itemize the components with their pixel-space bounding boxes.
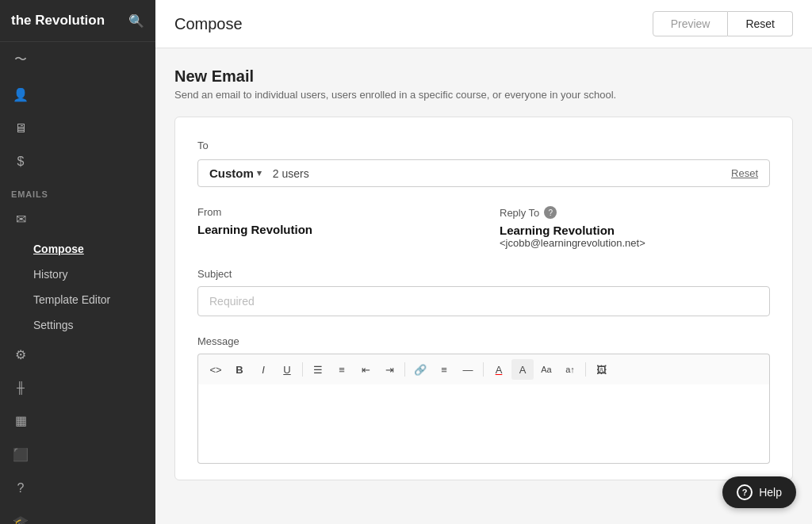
from-col: From Learning Revolution — [197, 206, 468, 249]
user-count: 2 users — [273, 167, 731, 180]
app-title: the Revolution — [11, 13, 105, 29]
align-button[interactable]: ≡ — [433, 359, 455, 380]
page-title: Compose — [174, 15, 243, 33]
history-label: History — [33, 268, 68, 281]
emails-section: EMAILS ✉ Compose History Template Editor… — [0, 178, 155, 338]
image-button[interactable]: 🖼 — [590, 359, 612, 380]
template-editor-label: Template Editor — [33, 293, 110, 306]
emails-label: EMAILS — [0, 178, 155, 202]
subject-label: Subject — [197, 268, 770, 280]
sidebar-item-people[interactable]: 👤 — [0, 78, 155, 112]
screen-icon: 🖥 — [11, 121, 30, 136]
sidebar-item-dollar[interactable]: $ — [0, 145, 155, 178]
toolbar-sep-3 — [483, 362, 484, 377]
code-button[interactable]: <> — [205, 359, 227, 380]
new-email-description: Send an email to individual users, users… — [174, 89, 793, 101]
reply-name: Learning Revolution — [500, 224, 770, 237]
stack-icon: ⬛ — [11, 447, 30, 462]
custom-label: Custom — [209, 166, 254, 180]
to-row: Custom ▾ 2 users Reset — [197, 159, 770, 187]
sidebar-item-question[interactable]: ? — [0, 472, 155, 505]
unordered-list-button[interactable]: ≡ — [331, 359, 353, 380]
from-reply-row: From Learning Revolution Reply To ? Lear… — [197, 206, 770, 249]
help-circle-icon: ? — [737, 484, 753, 500]
sidebar-item-calendar[interactable]: ▦ — [0, 404, 155, 438]
sidebar-item-trend[interactable]: 〜 — [0, 42, 155, 78]
message-toolbar: <> B I U ☰ ≡ ⇤ ⇥ 🔗 ≡ — A A Aa a↑ 🖼 — [197, 354, 770, 384]
from-name: Learning Revolution — [197, 223, 468, 236]
message-label: Message — [197, 335, 770, 347]
gear-icon: ⚙ — [11, 347, 30, 362]
font-color-button[interactable]: A — [488, 359, 510, 380]
reset-top-button[interactable]: Reset — [728, 11, 793, 36]
main-header: Compose Preview Reset — [155, 0, 812, 48]
reply-to-label: Reply To — [500, 207, 539, 219]
header-actions: Preview Reset — [653, 11, 793, 36]
subject-input[interactable] — [197, 286, 770, 316]
indent-increase-button[interactable]: ⇥ — [378, 359, 400, 380]
reply-label-row: Reply To ? — [500, 206, 770, 219]
link-button[interactable]: 🔗 — [409, 359, 431, 380]
calendar-icon: ▦ — [11, 413, 30, 428]
sidebar-bottom-icons: ? 🎓 — [0, 472, 155, 524]
people-icon: 👤 — [11, 87, 30, 102]
indent-decrease-button[interactable]: ⇤ — [354, 359, 377, 380]
help-button[interactable]: ? Help — [722, 476, 796, 508]
question-icon: ? — [11, 481, 30, 495]
italic-button[interactable]: I — [252, 359, 274, 380]
toolbar-sep-4 — [585, 362, 586, 377]
sidebar-item-settings[interactable]: Settings — [0, 312, 155, 338]
bar-chart-icon: ╫ — [11, 381, 30, 394]
compose-label: Compose — [33, 243, 84, 255]
toolbar-sep-2 — [404, 362, 405, 377]
sidebar-item-history[interactable]: History — [0, 262, 155, 287]
help-icon[interactable]: ? — [544, 206, 557, 219]
sidebar: the Revolution 🔍 〜 👤 🖥 $ EMAILS ✉ Compos… — [0, 0, 155, 524]
search-icon[interactable]: 🔍 — [128, 13, 144, 29]
message-body[interactable] — [197, 384, 770, 464]
to-label: To — [197, 140, 770, 151]
new-email-title: New Email — [174, 67, 793, 86]
sidebar-item-stack[interactable]: ⬛ — [0, 438, 155, 472]
bold-button[interactable]: B — [228, 359, 251, 380]
reply-col: Reply To ? Learning Revolution <jcobb@le… — [500, 206, 770, 249]
dollar-icon: $ — [11, 155, 30, 169]
main-content: Compose Preview Reset New Email Send an … — [155, 0, 812, 524]
custom-dropdown[interactable]: Custom ▾ — [209, 166, 262, 180]
sidebar-nav-icons: 〜 👤 🖥 $ — [0, 42, 155, 178]
font-size-up-button[interactable]: a↑ — [559, 359, 581, 380]
mail-icon: ✉ — [11, 212, 30, 227]
sidebar-item-gear[interactable]: ⚙ — [0, 338, 155, 372]
trend-icon: 〜 — [11, 52, 30, 68]
help-label: Help — [759, 486, 782, 499]
hr-button[interactable]: — — [457, 359, 479, 380]
sidebar-more-icons: ⚙ ╫ ▦ ⬛ — [0, 338, 155, 472]
toolbar-sep-1 — [302, 362, 303, 377]
sidebar-item-mail-icon[interactable]: ✉ — [0, 202, 155, 236]
sidebar-item-compose[interactable]: Compose — [0, 236, 155, 262]
sidebar-item-screen[interactable]: 🖥 — [0, 112, 155, 145]
bg-color-button[interactable]: A — [511, 359, 534, 380]
chevron-down-icon: ▾ — [257, 168, 262, 178]
reset-to-button[interactable]: Reset — [731, 167, 758, 179]
compose-card: To Custom ▾ 2 users Reset From Learning … — [174, 117, 793, 480]
form-area: New Email Send an email to individual us… — [155, 48, 812, 524]
ordered-list-button[interactable]: ☰ — [307, 359, 329, 380]
from-label: From — [197, 206, 468, 218]
preview-button[interactable]: Preview — [653, 11, 729, 36]
graduation-icon: 🎓 — [11, 514, 30, 524]
sidebar-header: the Revolution 🔍 — [0, 0, 155, 42]
sidebar-item-graduation[interactable]: 🎓 — [0, 505, 155, 524]
font-size-button[interactable]: Aa — [535, 359, 557, 380]
settings-label: Settings — [33, 319, 74, 331]
sidebar-item-bar-chart[interactable]: ╫ — [0, 372, 155, 404]
reply-email: <jcobb@learningrevolution.net> — [500, 237, 770, 249]
sidebar-item-template-editor[interactable]: Template Editor — [0, 287, 155, 312]
underline-button[interactable]: U — [276, 359, 298, 380]
